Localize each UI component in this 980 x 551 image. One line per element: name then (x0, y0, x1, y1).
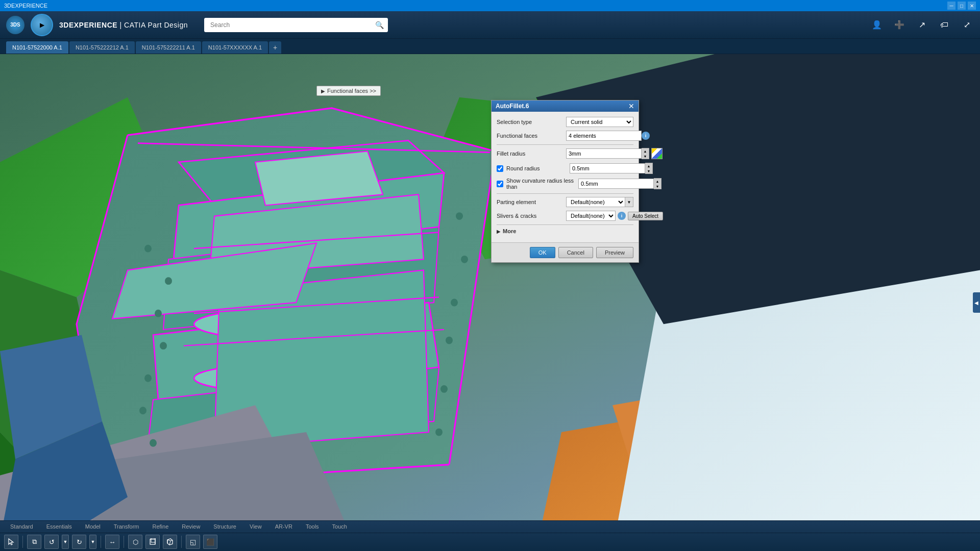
viewport: ▶ Functional faces >> AutoFillet.6 ✕ Sel… (0, 54, 980, 551)
bottom-tab-view[interactable]: View (243, 521, 268, 532)
dialog-close-button[interactable]: ✕ (628, 103, 634, 110)
show-curvature-input[interactable] (578, 179, 654, 189)
cancel-button[interactable]: Cancel (558, 247, 593, 258)
parting-element-row: Parting element Default(none) ▼ (497, 197, 633, 207)
functional-faces-row: Functional faces i (497, 131, 633, 141)
tab-2-label: N101-575222212 A.1 (76, 44, 129, 51)
fillet-radius-color-swatch[interactable] (651, 148, 663, 159)
top-toolbar: 3DS ▶ 3DEXPERIENCE | CATIA Part Design 🔍… (0, 11, 980, 39)
slivers-info-button[interactable]: i (618, 212, 626, 220)
functional-faces-info-button[interactable]: i (642, 132, 650, 140)
round-radius-input-group: ▲ ▼ (570, 163, 653, 174)
top-toolbar-right: 👤 ➕ ↗ 🏷 ⤢ (870, 18, 974, 32)
sketch-button[interactable]: ⬛ (203, 535, 217, 549)
dialog-body: Selection type Current solid Functional … (492, 112, 639, 242)
round-radius-down-button[interactable]: ▼ (645, 168, 652, 173)
round-radius-up-button[interactable]: ▲ (645, 163, 652, 168)
select-tool-button[interactable] (4, 535, 18, 549)
ok-button[interactable]: OK (530, 247, 555, 258)
maximize-button[interactable]: □ (958, 2, 966, 10)
slivers-input-group: Default(none) i Auto Select (566, 211, 663, 221)
copy-button[interactable]: ⧉ (27, 535, 41, 549)
show-curvature-label: Show curvature radius less than (506, 178, 575, 190)
round-radius-checkbox[interactable] (497, 165, 503, 172)
svg-point-35 (139, 407, 146, 414)
minimize-button[interactable]: ─ (947, 2, 955, 10)
right-collapse-handle[interactable]: ◀ (973, 292, 980, 313)
auto-select-button[interactable]: Auto Select (628, 212, 663, 220)
bottom-toolbar: Standard Essentials Model Transform Refi… (0, 520, 980, 551)
tab-3[interactable]: N101-575222211 A.1 (136, 41, 201, 54)
functional-faces-text: Functional faces >> (327, 88, 376, 94)
more-arrow-icon: ▶ (497, 229, 501, 234)
functional-faces-label[interactable]: ▶ Functional faces >> (316, 86, 381, 96)
share-icon[interactable]: ↗ (915, 18, 929, 32)
show-curvature-input-group: ▲ ▼ (578, 178, 662, 189)
cube-right-button[interactable] (163, 535, 177, 549)
fillet-radius-input[interactable] (566, 148, 642, 159)
transform-button[interactable]: ↔ (105, 535, 119, 549)
cube-front-button[interactable] (145, 535, 160, 549)
bottom-tab-touch[interactable]: Touch (326, 521, 353, 532)
view-button[interactable]: ⬡ (128, 535, 142, 549)
app-title: 3DEXPERIENCE | CATIA Part Design (59, 21, 188, 29)
play-button[interactable]: ▶ (31, 14, 53, 36)
tab-4[interactable]: N101-57XXXXXX A.1 (202, 41, 268, 54)
close-window-button[interactable]: ✕ (968, 2, 976, 10)
redo-button[interactable]: ↻ (72, 535, 86, 549)
parting-element-arrow[interactable]: ▼ (625, 197, 633, 207)
add-tab-button[interactable]: + (269, 41, 281, 54)
functional-faces-input[interactable] (566, 131, 642, 141)
undo-button[interactable]: ↺ (44, 535, 59, 549)
svg-point-31 (165, 277, 172, 285)
selection-type-row: Selection type Current solid (497, 117, 633, 127)
undo-dropdown-button[interactable]: ▼ (62, 535, 69, 549)
slivers-select[interactable]: Default(none) (566, 211, 616, 221)
fillet-radius-down-button[interactable]: ▼ (642, 154, 649, 159)
round-radius-input[interactable] (570, 163, 645, 173)
tab-1[interactable]: N101-57522000 A.1 (6, 41, 68, 54)
svg-point-32 (155, 310, 162, 317)
show-curvature-down-button[interactable]: ▼ (654, 184, 661, 189)
selection-type-label: Selection type (497, 119, 563, 125)
bottom-tab-transform[interactable]: Transform (108, 521, 145, 532)
tab-4-label: N101-57XXXXXX A.1 (208, 44, 262, 51)
selection-type-select[interactable]: Current solid (566, 117, 633, 127)
bottom-tab-standard[interactable]: Standard (4, 521, 39, 532)
fillet-radius-spinner: ▲ ▼ (642, 148, 649, 159)
dialog-title: AutoFillet.6 (496, 103, 529, 110)
title-bar-controls: ─ □ ✕ (947, 2, 976, 10)
bottom-tab-model[interactable]: Model (79, 521, 107, 532)
divider-icon-3 (124, 536, 124, 548)
parting-element-select[interactable]: Default(none) (566, 197, 625, 207)
bookmark-icon[interactable]: 🏷 (937, 18, 951, 32)
show-curvature-up-button[interactable]: ▲ (654, 179, 661, 184)
bottom-tab-structure[interactable]: Structure (207, 521, 242, 532)
redo-dropdown-button[interactable]: ▼ (89, 535, 96, 549)
search-input[interactable] (208, 20, 375, 30)
separator-label: | (120, 21, 125, 29)
fillet-radius-label: Fillet radius (497, 151, 563, 157)
show-curvature-checkbox[interactable] (497, 181, 503, 187)
add-icon[interactable]: ➕ (892, 18, 906, 32)
bottom-tab-tools[interactable]: Tools (300, 521, 325, 532)
more-row[interactable]: ▶ More (497, 228, 633, 234)
selection-type-input-group: Current solid (566, 117, 633, 127)
fillet-radius-up-button[interactable]: ▲ (642, 148, 649, 154)
preview-button[interactable]: Preview (596, 247, 633, 258)
bottom-tab-refine[interactable]: Refine (146, 521, 175, 532)
dialog-titlebar: AutoFillet.6 ✕ (492, 101, 639, 112)
title-bar: 3DEXPERIENCE ─ □ ✕ (0, 0, 980, 11)
search-button[interactable]: 🔍 (375, 21, 384, 29)
cube-right-icon (166, 538, 174, 545)
tab-2[interactable]: N101-575222212 A.1 (69, 41, 135, 54)
bottom-tab-arvr[interactable]: AR-VR (269, 521, 299, 532)
bottom-tab-essentials[interactable]: Essentials (40, 521, 78, 532)
bottom-tab-review[interactable]: Review (176, 521, 206, 532)
divider-icon-1 (22, 536, 23, 548)
svg-line-52 (169, 541, 170, 545)
functional-faces-input-group: i (566, 131, 650, 141)
user-icon[interactable]: 👤 (870, 18, 884, 32)
measure-button[interactable]: ◱ (186, 535, 200, 549)
expand-icon[interactable]: ⤢ (960, 18, 974, 32)
